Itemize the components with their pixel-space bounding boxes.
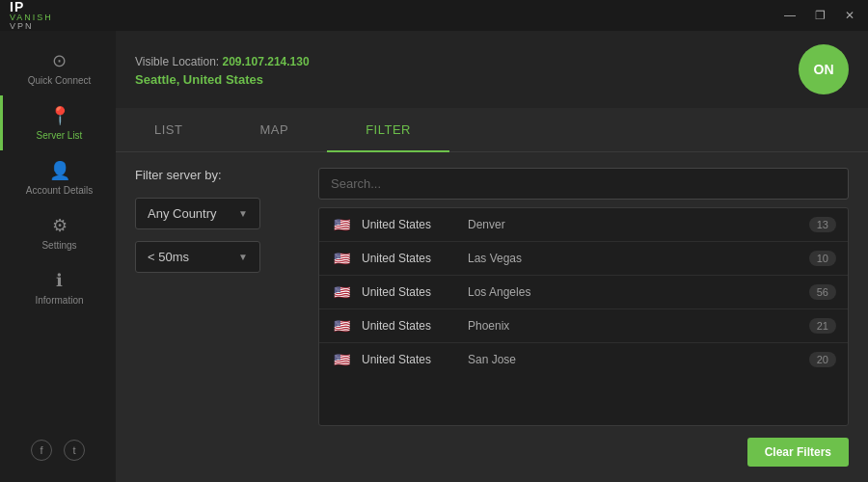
country-value: Any Country bbox=[148, 206, 217, 221]
tab-list[interactable]: LIST bbox=[116, 109, 221, 152]
flag-icon: 🇺🇸 bbox=[331, 318, 352, 334]
location-line1: Visible Location: 209.107.214.130 bbox=[135, 52, 310, 69]
server-list-icon: 📍 bbox=[49, 105, 70, 126]
social-links: f t bbox=[31, 428, 85, 472]
location-city: Seattle, United States bbox=[135, 72, 310, 87]
minimize-button[interactable]: — bbox=[780, 7, 800, 24]
server-list: 🇺🇸 United States Denver 13 🇺🇸 United Sta… bbox=[318, 207, 849, 426]
filter-controls: Filter server by: Any Country ▼ < 50ms ▼ bbox=[135, 168, 299, 467]
filter-by-label: Filter server by: bbox=[135, 168, 299, 182]
sidebar-item-quick-connect[interactable]: ⊙ Quick Connect bbox=[0, 40, 116, 95]
server-city: Denver bbox=[468, 218, 800, 231]
filter-actions: Clear Filters bbox=[318, 438, 849, 467]
country-dropdown[interactable]: Any Country ▼ bbox=[135, 198, 260, 229]
server-country: United States bbox=[362, 252, 458, 265]
flag-icon: 🇺🇸 bbox=[331, 352, 352, 367]
server-count: 21 bbox=[809, 318, 836, 334]
account-label: Account Details bbox=[26, 185, 93, 196]
latency-value: < 50ms bbox=[148, 250, 189, 264]
latency-chevron-icon: ▼ bbox=[238, 252, 248, 262]
server-row[interactable]: 🇺🇸 United States Las Vegas 10 bbox=[319, 242, 848, 276]
server-country: United States bbox=[362, 285, 458, 299]
maximize-button[interactable]: ❐ bbox=[811, 7, 829, 24]
server-count: 13 bbox=[809, 217, 836, 232]
flag-icon: 🇺🇸 bbox=[331, 251, 352, 266]
info-icon: ℹ bbox=[56, 270, 63, 291]
server-city: Los Angeles bbox=[468, 285, 800, 299]
settings-icon: ⚙ bbox=[52, 215, 68, 236]
server-city: Phoenix bbox=[468, 319, 800, 333]
tab-filter[interactable]: FILTER bbox=[327, 109, 449, 152]
latency-dropdown[interactable]: < 50ms ▼ bbox=[135, 241, 260, 273]
sidebar-item-information[interactable]: ℹ Information bbox=[0, 260, 116, 315]
main-panel: Visible Location: 209.107.214.130 Seattl… bbox=[116, 31, 868, 482]
main-content: ⊙ Quick Connect 📍 Server List 👤 Account … bbox=[0, 31, 868, 482]
twitter-icon[interactable]: t bbox=[64, 440, 85, 461]
account-icon: 👤 bbox=[49, 160, 70, 181]
vpn-toggle-button[interactable]: ON bbox=[799, 44, 849, 94]
facebook-icon[interactable]: f bbox=[31, 440, 52, 461]
information-label: Information bbox=[35, 295, 83, 306]
quick-connect-icon: ⊙ bbox=[52, 50, 67, 71]
app-logo: IPVANISH VPN bbox=[10, 0, 53, 31]
location-info: Visible Location: 209.107.214.130 Seattl… bbox=[135, 52, 310, 87]
sidebar-item-account-details[interactable]: 👤 Account Details bbox=[0, 150, 116, 205]
server-country: United States bbox=[362, 319, 458, 333]
app-name: IPVANISH VPN bbox=[10, 0, 53, 31]
server-row[interactable]: 🇺🇸 United States San Jose 20 bbox=[319, 343, 848, 376]
country-chevron-icon: ▼ bbox=[238, 208, 248, 219]
close-button[interactable]: ✕ bbox=[841, 7, 858, 24]
server-filter-panel: 🇺🇸 United States Denver 13 🇺🇸 United Sta… bbox=[318, 168, 849, 467]
flag-icon: 🇺🇸 bbox=[331, 217, 352, 232]
server-count: 10 bbox=[809, 251, 836, 266]
sidebar-item-server-list[interactable]: 📍 Server List bbox=[0, 95, 116, 150]
title-bar: IPVANISH VPN — ❐ ✕ bbox=[0, 0, 868, 31]
sidebar-item-settings[interactable]: ⚙ Settings bbox=[0, 205, 116, 260]
panel-header: Visible Location: 209.107.214.130 Seattl… bbox=[116, 31, 868, 108]
server-row[interactable]: 🇺🇸 United States Denver 13 bbox=[319, 208, 848, 242]
quick-connect-label: Quick Connect bbox=[28, 75, 92, 86]
server-row[interactable]: 🇺🇸 United States Los Angeles 56 bbox=[319, 276, 848, 309]
flag-icon: 🇺🇸 bbox=[331, 284, 352, 300]
sidebar: ⊙ Quick Connect 📍 Server List 👤 Account … bbox=[0, 31, 116, 482]
app-window: IPVANISH VPN — ❐ ✕ ⊙ Quick Connect 📍 Ser… bbox=[0, 0, 868, 482]
ip-address: 209.107.214.130 bbox=[223, 55, 310, 68]
server-count: 20 bbox=[809, 352, 836, 367]
server-list-label: Server List bbox=[37, 130, 83, 141]
server-count: 56 bbox=[809, 284, 836, 300]
filter-content: Filter server by: Any Country ▼ < 50ms ▼ bbox=[116, 152, 868, 482]
server-country: United States bbox=[362, 218, 458, 231]
server-row[interactable]: 🇺🇸 United States Phoenix 21 bbox=[319, 309, 848, 343]
server-city: Las Vegas bbox=[468, 252, 800, 265]
settings-label: Settings bbox=[41, 240, 76, 251]
tab-map[interactable]: MAP bbox=[221, 109, 327, 152]
clear-filters-button[interactable]: Clear Filters bbox=[747, 438, 849, 467]
visible-location-label: Visible Location: bbox=[135, 55, 223, 68]
server-country: United States bbox=[362, 353, 458, 366]
window-controls: — ❐ ✕ bbox=[780, 7, 858, 24]
server-city: San Jose bbox=[468, 353, 800, 366]
tab-bar: LIST MAP FILTER bbox=[116, 108, 868, 152]
search-input[interactable] bbox=[318, 168, 849, 200]
